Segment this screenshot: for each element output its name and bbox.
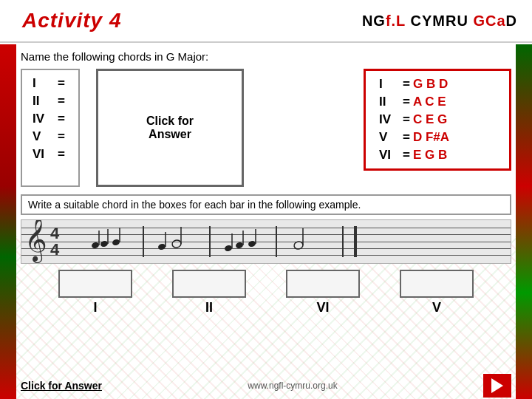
barline-4 <box>342 226 344 257</box>
bar2-notes <box>154 223 199 260</box>
chord-eq-5: = <box>58 147 65 162</box>
answer-row-1: I = G B D <box>379 77 496 92</box>
barline-end <box>354 226 357 257</box>
bar1-notes <box>88 223 132 260</box>
chord-input-box-2[interactable] <box>172 270 246 298</box>
ans-notes-5: E G B <box>413 148 447 163</box>
chord-eq-3: = <box>58 112 65 126</box>
play-icon <box>491 378 503 393</box>
logo: NGf.L CYMRU GCaD <box>362 13 517 30</box>
answer-row-5: VI = E G B <box>379 148 496 163</box>
music-staff-area: 𝄞 4 4 <box>21 219 511 264</box>
chord-eq-4: = <box>58 129 65 144</box>
ans-eq-2: = <box>403 95 410 109</box>
click-for-answer-label: Click forAnswer <box>146 115 194 141</box>
chord-input-label-3: VI <box>316 300 329 316</box>
logo-d: D <box>506 13 517 29</box>
svg-point-4 <box>112 239 120 246</box>
chord-eq-2: = <box>58 94 65 109</box>
chord-numeral-4: V <box>33 129 53 144</box>
ans-eq-3: = <box>403 112 410 127</box>
logo-cymru: CYMRU <box>406 13 473 29</box>
chord-row-3: IV = <box>33 112 68 126</box>
ans-eq-1: = <box>403 77 410 92</box>
chord-numeral-2: II <box>33 94 53 109</box>
ans-notes-2: A C E <box>413 95 446 109</box>
ans-numeral-1: I <box>379 77 400 92</box>
ans-notes-4: D F#A <box>413 130 449 145</box>
svg-point-10 <box>224 245 233 252</box>
time-signature: 4 4 <box>50 225 59 258</box>
main-content: Name the following chords in G Major: I … <box>0 43 532 329</box>
chord-row-1: I = <box>33 76 68 91</box>
chord-input-box-1[interactable] <box>58 270 132 298</box>
notes-area <box>88 224 503 259</box>
website-url: www.ngfl-cymru.org.uk <box>248 381 337 391</box>
chord-row-4: V = <box>33 129 68 144</box>
ans-numeral-4: V <box>379 130 400 145</box>
svg-point-6 <box>157 243 166 250</box>
svg-point-0 <box>91 242 100 249</box>
answer-row-3: IV = C E G <box>379 112 496 127</box>
answer-row-2: II = A C E <box>379 95 496 109</box>
ans-numeral-2: II <box>379 95 400 109</box>
chord-input-item-2: II <box>172 270 246 316</box>
header: Activity 4 NGf.L CYMRU GCaD <box>0 0 532 43</box>
svg-point-2 <box>100 240 109 248</box>
treble-clef: 𝄞 <box>24 219 47 258</box>
chord-input-label-4: V <box>432 300 441 316</box>
svg-point-16 <box>293 241 304 250</box>
chord-input-row: I II VI V <box>41 270 491 316</box>
bottom-bar: Click for Answer www.ngfl-cymru.org.uk <box>0 372 532 399</box>
answer-row-4: V = D F#A <box>379 130 496 145</box>
chord-list: I = II = IV = V = VI = <box>21 69 80 187</box>
bottom-click-answer-button[interactable]: Click for Answer <box>21 380 102 392</box>
chord-input-box-3[interactable] <box>286 270 360 298</box>
ans-numeral-5: VI <box>379 148 400 163</box>
barline-2 <box>209 226 211 257</box>
logo-gca: GCa <box>473 13 505 29</box>
logo-fl: f.L <box>386 13 406 29</box>
chord-numeral-3: IV <box>33 112 53 126</box>
svg-point-12 <box>235 242 244 249</box>
svg-point-14 <box>248 240 256 248</box>
chord-row-5: VI = <box>33 147 68 162</box>
chord-numeral-1: I <box>33 76 53 91</box>
ans-notes-3: C E G <box>413 112 447 127</box>
barline-1 <box>143 226 144 257</box>
chord-section: I = II = IV = V = VI = Click forAn <box>21 69 511 187</box>
chord-input-item-1: I <box>58 270 132 316</box>
play-button[interactable] <box>483 374 511 398</box>
section1-instruction: Name the following chords in G Major: <box>21 50 511 63</box>
chord-numeral-5: VI <box>33 147 53 162</box>
svg-point-8 <box>171 239 182 249</box>
click-for-answer-box[interactable]: Click forAnswer <box>96 69 244 187</box>
ans-notes-1: G B D <box>413 77 448 92</box>
ans-eq-4: = <box>403 130 410 145</box>
chord-input-item-3: VI <box>286 270 360 316</box>
ans-eq-5: = <box>403 148 410 163</box>
bar4-notes <box>287 223 332 260</box>
bar3-notes <box>221 223 265 260</box>
chord-row-2: II = <box>33 94 68 109</box>
section2-instruction: Write a suitable chord in the boxes for … <box>21 194 511 215</box>
chord-eq-1: = <box>58 76 65 91</box>
logo-ng: NG <box>362 13 386 29</box>
answer-box: I = G B D II = A C E IV = C E G V = <box>364 69 511 171</box>
page-title: Activity 4 <box>22 9 122 33</box>
chord-input-label-2: II <box>205 300 213 316</box>
chord-input-item-4: V <box>400 270 474 316</box>
click-overlay-area: Click forAnswer I = G B D II = A C E IV … <box>89 69 511 187</box>
barline-3 <box>276 226 277 257</box>
chord-input-label-1: I <box>93 300 97 316</box>
chord-input-box-4[interactable] <box>400 270 474 298</box>
ans-numeral-3: IV <box>379 112 400 127</box>
